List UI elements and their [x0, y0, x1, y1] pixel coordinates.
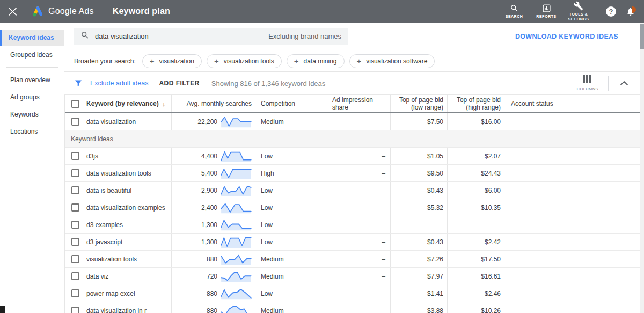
keyword-search-input[interactable]: data visualization Excluding brand names [74, 28, 348, 45]
keyword-cell: data visualization examples [85, 199, 171, 216]
row-checkbox[interactable] [71, 289, 79, 297]
broaden-keyword-chip[interactable]: + data mining [287, 54, 345, 68]
search-trend-sparkline [221, 288, 252, 300]
sidebar-item-label: Ad groups [10, 93, 40, 101]
bid-high-cell: $10.26 [447, 302, 504, 313]
competition-cell: Medium [254, 302, 332, 313]
toolbar-divider [608, 76, 609, 91]
table-header-row: Keyword (by relevance) ↓ Avg. monthly se… [65, 95, 640, 113]
header-top-of-page-bid-high[interactable]: Top of page bid (high range) [447, 95, 504, 112]
competition-cell: Low [254, 216, 332, 233]
ad-impression-cell: – [332, 251, 390, 267]
search-icon [80, 31, 90, 42]
close-icon[interactable] [9, 7, 17, 16]
ad-impression-cell: – [332, 216, 390, 233]
account-status-cell [504, 199, 640, 216]
keyword-rows: d3js 4,400 Low – $1.05 $2.07 data visual… [65, 148, 640, 313]
search-trend-sparkline [221, 185, 252, 196]
row-checkbox[interactable] [71, 221, 79, 229]
header-account-status[interactable]: Account status [504, 95, 640, 112]
chip-label: visualization [159, 57, 194, 65]
bid-high-cell: $16.00 [447, 113, 504, 130]
exclude-adult-ideas-filter[interactable]: Exclude adult ideas [90, 79, 148, 87]
help-icon[interactable]: ? [606, 6, 616, 17]
avg-searches-cell: 1,300 [171, 234, 254, 250]
bid-low-cell: $7.26 [390, 251, 447, 267]
competition-cell: Low [254, 148, 332, 164]
row-checkbox[interactable] [71, 186, 79, 194]
account-status-cell [504, 165, 640, 181]
row-checkbox[interactable] [71, 169, 79, 177]
sidebar-item-plan-overview[interactable]: Plan overview [0, 72, 64, 88]
sidebar-item-ad-groups[interactable]: Ad groups [0, 89, 64, 105]
sidebar-item-label: Plan overview [10, 76, 50, 84]
account-status-cell [504, 285, 640, 302]
vertical-scrollbar[interactable] [640, 23, 644, 313]
bid-high-cell: $10.35 [447, 199, 504, 216]
columns-label: COLUMNS [577, 86, 598, 91]
keyword-row: data visualization examples 2,400 Low – … [65, 199, 640, 216]
account-status-cell [504, 216, 640, 233]
row-checkbox[interactable] [71, 118, 79, 126]
filter-funnel-icon [74, 79, 83, 88]
bid-high-cell: $2.46 [447, 285, 504, 302]
scrollbar-thumb[interactable] [640, 24, 644, 49]
search-trend-sparkline [221, 253, 252, 265]
sidebar-item-keyword-ideas[interactable]: Keyword ideas [0, 30, 64, 46]
ad-impression-cell: – [332, 199, 390, 216]
download-keyword-ideas-link[interactable]: DOWNLOAD KEYWORD IDEAS [515, 33, 618, 40]
keyword-row: d3 examples 1,300 Low – – – [65, 216, 640, 234]
notifications-bell-icon[interactable] [626, 6, 635, 17]
bid-low-cell: $0.43 [390, 182, 447, 199]
bid-high-cell: $2.42 [447, 234, 504, 250]
search-row: data visualization Excluding brand names… [64, 23, 640, 50]
columns-button[interactable]: COLUMNS [577, 75, 598, 91]
header-keyword[interactable]: Keyword (by relevance) ↓ [85, 95, 171, 112]
broaden-keyword-chip[interactable]: + visualization software [349, 54, 435, 68]
broaden-keyword-chip[interactable]: + visualization [142, 54, 202, 68]
bid-low-cell: $0.43 [390, 234, 447, 250]
search-trend-sparkline [221, 116, 252, 128]
row-checkbox[interactable] [71, 203, 79, 212]
search-trend-sparkline [221, 168, 252, 179]
main-panel: data visualization Excluding brand names… [64, 23, 644, 313]
header-top-of-page-bid-low[interactable]: Top of page bid (low range) [390, 95, 447, 112]
sidebar-item-grouped-ideas[interactable]: Grouped ideas [0, 47, 64, 63]
ad-impression-cell: – [332, 302, 390, 313]
header-avg-monthly-searches[interactable]: Avg. monthly searches [171, 95, 254, 112]
collapse-panel-button[interactable] [618, 79, 630, 88]
sidebar-item-locations[interactable]: Locations [0, 123, 64, 140]
broaden-search-label: Broaden your search: [74, 57, 136, 65]
chip-label: data mining [303, 57, 336, 65]
row-checkbox[interactable] [71, 255, 79, 263]
bid-high-cell: $16.61 [447, 268, 504, 285]
top-app-bar: Google Ads Keyword plan SEARCH REPORTS [0, 0, 644, 23]
chip-label: visualization software [366, 57, 427, 65]
reports-icon [542, 4, 551, 13]
row-checkbox[interactable] [71, 152, 79, 160]
keyword-row: data viz 720 Medium – $7.97 $16.61 [65, 268, 640, 285]
broaden-keyword-chip[interactable]: + visualization tools [207, 54, 282, 68]
row-checkbox[interactable] [71, 307, 79, 313]
keyword-row: d3 javascript 1,300 Low – $0.43 $2.42 [65, 234, 640, 251]
select-all-checkbox[interactable] [71, 100, 79, 108]
row-checkbox[interactable] [71, 238, 79, 246]
sidebar-item-keywords[interactable]: Keywords [0, 106, 64, 122]
plus-icon: + [357, 57, 362, 65]
keyword-cell: data viz [85, 268, 171, 285]
search-icon [510, 4, 519, 13]
search-trend-sparkline [221, 219, 252, 231]
avg-searches-cell: 880 [171, 285, 254, 302]
nav-reports-button[interactable]: REPORTS [531, 4, 561, 19]
sidebar-divider [6, 67, 58, 68]
row-checkbox[interactable] [71, 272, 79, 280]
add-filter-button[interactable]: ADD FILTER [159, 79, 199, 87]
header-ad-impression-share[interactable]: Ad impression share [332, 95, 390, 112]
nav-search-button[interactable]: SEARCH [499, 4, 529, 19]
bid-high-cell: $17.50 [447, 251, 504, 267]
account-status-cell [504, 182, 640, 199]
keyword-row: data visualization tools 5,400 High – $9… [65, 165, 640, 182]
account-status-cell [504, 113, 640, 130]
header-competition[interactable]: Competition [254, 95, 332, 112]
nav-tools-settings-button[interactable]: TOOLS & SETTINGS [564, 1, 594, 22]
